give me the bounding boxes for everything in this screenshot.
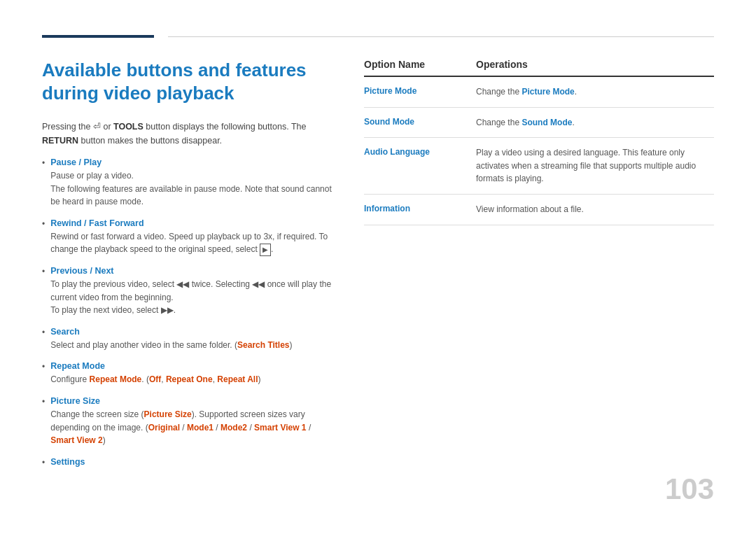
bullet-dot: • bbox=[42, 328, 45, 337]
left-column: Available buttons and features during vi… bbox=[42, 59, 336, 479]
bullet-dot: • bbox=[42, 362, 45, 372]
bullet-heading: Search bbox=[50, 327, 336, 337]
operation-desc: Play a video using a desired language. T… bbox=[476, 146, 714, 185]
bullet-desc: Pause or play a video. The following fea… bbox=[50, 169, 336, 209]
bullet-content: Pause / Play Pause or play a video. The … bbox=[50, 157, 336, 209]
list-item: • Repeat Mode Configure Repeat Mode. (Of… bbox=[42, 361, 336, 386]
operation-desc: View information about a file. bbox=[476, 203, 714, 216]
bullet-content: Picture Size Change the screen size (Pic… bbox=[50, 396, 336, 447]
bullet-content: Search Select and play another video in … bbox=[50, 327, 336, 352]
page-number: 103 bbox=[665, 472, 714, 506]
bullet-desc: Configure Repeat Mode. (Off, Repeat One,… bbox=[50, 373, 336, 386]
list-item: • Rewind / Fast Forward Rewind or fast f… bbox=[42, 218, 336, 256]
option-name: Sound Mode bbox=[364, 116, 476, 127]
bullet-heading: Settings bbox=[50, 457, 336, 467]
col-option-header: Option Name bbox=[364, 59, 476, 70]
bullet-heading: Rewind / Fast Forward bbox=[50, 218, 336, 228]
table-row: Audio Language Play a video using a desi… bbox=[364, 138, 714, 195]
bullet-heading: Pause / Play bbox=[50, 157, 336, 167]
feature-list: • Pause / Play Pause or play a video. Th… bbox=[42, 157, 336, 469]
bullet-content: Previous / Next To play the previous vid… bbox=[50, 266, 336, 317]
table-row: Sound Mode Change the Sound Mode. bbox=[364, 108, 714, 139]
option-name: Audio Language bbox=[364, 146, 476, 157]
option-name: Picture Mode bbox=[364, 85, 476, 96]
bullet-desc: To play the previous video, select ◀◀ tw… bbox=[50, 278, 336, 317]
bullet-heading: Previous / Next bbox=[50, 266, 336, 276]
intro-paragraph: Pressing the ⏎ or TOOLS button displays … bbox=[42, 120, 336, 148]
table-header: Option Name Operations bbox=[364, 59, 714, 77]
option-name: Information bbox=[364, 203, 476, 213]
bullet-dot: • bbox=[42, 219, 45, 229]
bullet-dot: • bbox=[42, 158, 45, 168]
list-item: • Search Select and play another video i… bbox=[42, 327, 336, 352]
bullet-desc: Rewind or fast forward a video. Speed up… bbox=[50, 230, 336, 256]
list-item: • Picture Size Change the screen size (P… bbox=[42, 396, 336, 447]
content-wrapper: Available buttons and features during vi… bbox=[42, 59, 714, 479]
right-column: Option Name Operations Picture Mode Chan… bbox=[364, 59, 714, 479]
operation-desc: Change the Picture Mode. bbox=[476, 85, 714, 99]
bullet-dot: • bbox=[42, 397, 45, 407]
bullet-heading: Picture Size bbox=[50, 396, 336, 406]
operation-desc: Change the Sound Mode. bbox=[476, 116, 714, 129]
bullet-dot: • bbox=[42, 458, 45, 468]
col-operations-header: Operations bbox=[476, 59, 714, 70]
page-title: Available buttons and features during vi… bbox=[42, 59, 336, 104]
bullet-dot: • bbox=[42, 267, 45, 276]
bullet-content: Settings bbox=[50, 457, 336, 469]
bullet-desc: Select and play another video in the sam… bbox=[50, 339, 336, 352]
list-item: • Previous / Next To play the previous v… bbox=[42, 266, 336, 317]
table-row: Picture Mode Change the Picture Mode. bbox=[364, 77, 714, 108]
bullet-desc: Change the screen size (Picture Size). S… bbox=[50, 408, 336, 447]
top-line bbox=[168, 36, 714, 37]
bullet-content: Repeat Mode Configure Repeat Mode. (Off,… bbox=[50, 361, 336, 386]
list-item: • Settings bbox=[42, 457, 336, 469]
list-item: • Pause / Play Pause or play a video. Th… bbox=[42, 157, 336, 209]
accent-bar bbox=[42, 35, 154, 38]
top-bar bbox=[42, 35, 714, 38]
bullet-heading: Repeat Mode bbox=[50, 361, 336, 371]
bullet-content: Rewind / Fast Forward Rewind or fast for… bbox=[50, 218, 336, 256]
table-row: Information View information about a fil… bbox=[364, 195, 714, 225]
